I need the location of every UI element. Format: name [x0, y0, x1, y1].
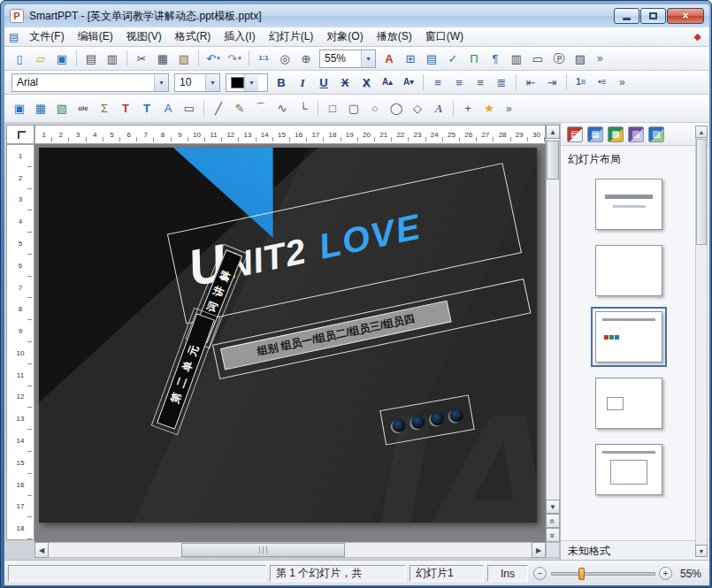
font-color-combo[interactable]: ▼	[226, 73, 268, 92]
underline-button[interactable]: U	[314, 73, 333, 92]
align-left-icon[interactable]: ≡	[428, 73, 448, 92]
zoom-lens-icon[interactable]: ◎	[275, 49, 295, 68]
copy-icon[interactable]: ▦	[153, 49, 172, 68]
scroll-right-icon[interactable]: ▶	[532, 542, 546, 558]
spellcheck-icon[interactable]: ✓	[443, 49, 463, 68]
scroll-left-icon[interactable]: ◀	[34, 542, 49, 558]
polygon-icon[interactable]: ◇	[408, 99, 427, 118]
text-frame-icon[interactable]: ▣	[10, 99, 29, 118]
vertical-textbox-icon[interactable]: T	[137, 99, 157, 118]
zoom-slider-track[interactable]	[551, 572, 655, 576]
gallery-icon[interactable]: ▨	[570, 49, 590, 68]
insert-mode-cell[interactable]: Ins	[487, 565, 528, 582]
redo-icon[interactable]: ↷▾	[225, 49, 244, 68]
zoom-100-icon[interactable]: 1:1	[254, 49, 273, 68]
frame-doc-icon[interactable]: ▭	[528, 49, 547, 68]
star-icon[interactable]: ★	[479, 99, 499, 118]
presentation-icon[interactable]: Ⓟ	[549, 49, 569, 68]
horizontal-scroll-thumb[interactable]	[181, 543, 345, 557]
line-icon[interactable]: ╱	[209, 99, 228, 118]
textbox-icon[interactable]: T	[116, 99, 135, 118]
points-icon[interactable]: +	[458, 99, 478, 118]
layout-object[interactable]	[595, 378, 662, 429]
table-frame-icon[interactable]: ▦	[31, 99, 50, 118]
circle-icon[interactable]: ◯	[387, 99, 406, 118]
toolbar-overflow-icon[interactable]: »	[619, 76, 624, 88]
vertical-scroll-track[interactable]	[546, 139, 560, 500]
bullet-circle[interactable]	[410, 414, 425, 429]
scroll-down-icon[interactable]: ▼	[546, 500, 560, 514]
toolbar-overflow-icon[interactable]: »	[597, 52, 602, 65]
menu-format[interactable]: 格式(R)	[169, 27, 218, 47]
zoom-slider-thumb[interactable]	[578, 568, 585, 580]
chevron-down-icon[interactable]: ▼	[154, 74, 168, 91]
layout-gallery-icon[interactable]: ▥	[628, 126, 644, 142]
print-preview-icon[interactable]: ▥	[103, 49, 122, 68]
toolbar-overflow-icon[interactable]: »	[506, 103, 511, 115]
rounded-rect-icon[interactable]: ▢	[344, 99, 364, 118]
font-name-combo[interactable]: Arial ▼	[11, 73, 169, 92]
dropdown-arrow-icon[interactable]: ▾	[217, 55, 220, 62]
ellipse-icon[interactable]: ○	[365, 99, 385, 118]
fontwork-icon[interactable]: A	[429, 99, 448, 118]
scroll-up-icon[interactable]: ▲	[546, 125, 560, 139]
open-icon[interactable]: ▱	[31, 49, 50, 68]
panel-scroll-track[interactable]	[695, 138, 708, 545]
paste-icon[interactable]: ▧	[174, 49, 194, 68]
align-justify-icon[interactable]: ≣	[492, 73, 511, 92]
zoom-in-button[interactable]: +	[659, 567, 672, 580]
columns-icon[interactable]: ▥	[507, 49, 526, 68]
zoom-plus-icon[interactable]: ⊕	[296, 49, 316, 68]
scroll-down-icon[interactable]: ▼	[695, 545, 708, 557]
image-frame-icon[interactable]: ▧	[52, 99, 72, 118]
layout-blank[interactable]	[595, 245, 662, 296]
italic-button[interactable]: I	[293, 73, 312, 92]
indent-less-icon[interactable]: ⇤	[521, 73, 540, 92]
font-size-combo[interactable]: 10 ▼	[174, 73, 220, 92]
slide-canvas[interactable]: IA UNIT2LOVE 组别 组员一/组员二/组员三/组员四 单词讲解 第二单…	[39, 148, 537, 523]
freehand-icon[interactable]: ✎	[230, 99, 249, 118]
frame-icon[interactable]: ▭	[180, 99, 199, 118]
menu-slide[interactable]: 幻灯片(L)	[263, 27, 320, 47]
align-center-icon[interactable]: ≡	[449, 73, 469, 92]
rect-icon[interactable]: □	[323, 99, 342, 118]
dropdown-arrow-icon[interactable]: ▾	[238, 55, 241, 62]
menu-edit[interactable]: 编辑(E)	[72, 27, 119, 47]
formula-frame-icon[interactable]: Σ	[95, 99, 114, 118]
menu-file[interactable]: 文件(F)	[23, 27, 70, 47]
connector-icon[interactable]: └	[294, 99, 313, 118]
horizontal-scroll-track[interactable]	[49, 542, 532, 558]
pilcrow-icon[interactable]: ¶	[486, 49, 505, 68]
ole-object-icon[interactable]: ole	[73, 99, 93, 118]
curve-icon[interactable]: ∿	[272, 99, 292, 118]
caption-frame-icon[interactable]: A	[158, 99, 178, 118]
font-color-icon[interactable]: A	[379, 49, 399, 68]
bullet-circle[interactable]	[391, 417, 406, 432]
table-icon[interactable]: ⊞	[401, 49, 420, 68]
numbered-list-icon[interactable]: 1≡	[571, 73, 591, 92]
layout-title-content[interactable]	[595, 311, 662, 363]
close-button[interactable]: ×	[667, 8, 704, 24]
layout-title-slide[interactable]	[595, 179, 662, 230]
previous-slide-button[interactable]: «	[546, 514, 560, 528]
panel-scroll-thumb[interactable]	[696, 139, 707, 245]
undo-icon[interactable]: ↶▾	[203, 49, 223, 68]
menu-window[interactable]: 窗口(W)	[419, 27, 470, 47]
bullet-list-icon[interactable]: •≡	[593, 73, 612, 92]
menu-insert[interactable]: 插入(I)	[218, 27, 261, 47]
sheet-icon[interactable]: ▤	[422, 49, 441, 68]
print-icon[interactable]: ▤	[81, 49, 101, 68]
color-scheme-icon[interactable]: ▩	[608, 126, 624, 142]
zoom-out-button[interactable]: −	[533, 567, 547, 580]
formula-icon[interactable]: Π	[464, 49, 484, 68]
zoom-combo[interactable]: 55% ▼	[319, 50, 376, 68]
chevron-down-icon[interactable]: ▼	[205, 74, 219, 91]
slide-design-icon[interactable]: ▦	[587, 126, 603, 142]
vertical-scroll-thumb[interactable]	[547, 141, 559, 179]
bullet-circle[interactable]	[448, 408, 463, 423]
scroll-up-icon[interactable]: ▲	[695, 126, 708, 138]
menu-view[interactable]: 视图(V)	[120, 27, 168, 47]
new-slide-icon[interactable]: ▤	[567, 126, 583, 142]
save-icon[interactable]: ▣	[52, 49, 72, 68]
font-grow-button[interactable]: A▴	[378, 73, 397, 92]
